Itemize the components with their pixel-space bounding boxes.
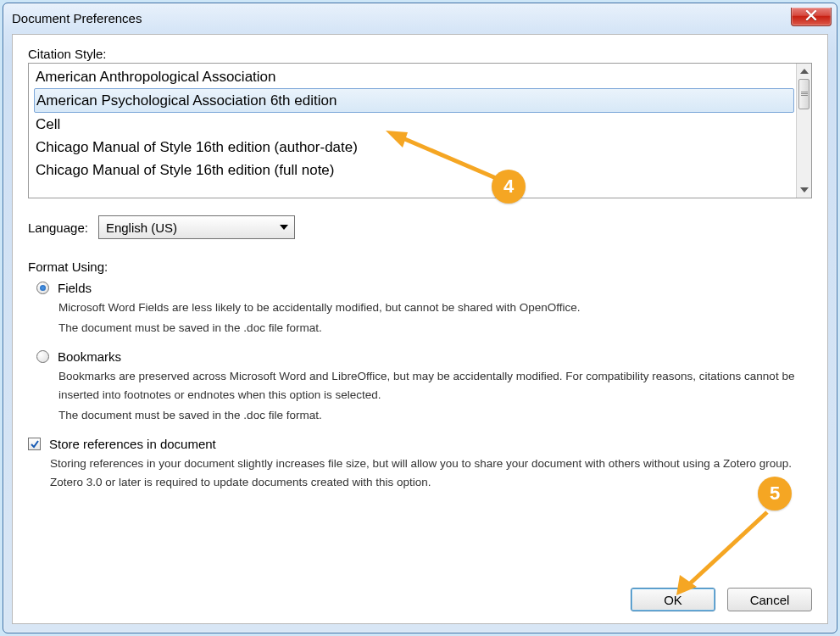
titlebar: Document Preferences <box>3 3 837 31</box>
close-icon <box>805 8 817 24</box>
close-button[interactable] <box>791 8 832 26</box>
radio-bookmarks-label: Bookmarks <box>58 349 121 364</box>
citation-style-label: Citation Style: <box>28 47 812 61</box>
annotation-arrow-5 <box>670 509 780 602</box>
scroll-track[interactable] <box>797 79 811 182</box>
annotation-step-5-label: 5 <box>770 483 780 505</box>
annotation-arrow-4 <box>386 127 504 187</box>
store-references-desc: Storing references in your document slig… <box>50 455 812 492</box>
window-title: Document Preferences <box>12 11 142 25</box>
scroll-thumb[interactable] <box>798 79 809 109</box>
annotation-step-4-label: 4 <box>503 176 514 198</box>
chevron-down-icon <box>277 225 291 230</box>
citation-style-item[interactable]: American Anthropological Association <box>34 65 796 88</box>
radio-fields-label: Fields <box>58 281 92 295</box>
radio-bookmarks[interactable] <box>36 350 49 363</box>
checkmark-icon <box>30 439 40 449</box>
language-value: English (US) <box>106 220 177 235</box>
fields-desc-2: The document must be saved in the .doc f… <box>58 319 812 338</box>
svg-marker-4 <box>386 131 408 148</box>
scrollbar[interactable] <box>796 64 811 198</box>
store-references-checkbox[interactable] <box>28 438 41 450</box>
annotation-step-5: 5 <box>758 477 792 510</box>
svg-marker-0 <box>800 69 809 74</box>
language-dropdown[interactable]: English (US) <box>98 215 295 239</box>
svg-line-5 <box>688 512 767 585</box>
language-label: Language: <box>28 220 88 235</box>
format-using-label: Format Using: <box>28 259 812 274</box>
bookmarks-desc-1: Bookmarks are preserved across Microsoft… <box>58 367 812 404</box>
radio-fields[interactable] <box>36 282 49 294</box>
svg-marker-2 <box>280 225 288 230</box>
svg-line-3 <box>401 137 496 178</box>
svg-marker-1 <box>800 187 809 192</box>
scroll-down-button[interactable] <box>797 182 811 198</box>
fields-desc-1: Microsoft Word Fields are less likely to… <box>58 298 812 317</box>
bookmarks-desc-2: The document must be saved in the .doc f… <box>58 406 812 425</box>
annotation-step-4: 4 <box>492 170 526 204</box>
scroll-up-button[interactable] <box>797 64 811 79</box>
store-references-label: Store references in document <box>49 437 216 451</box>
citation-style-item[interactable]: American Psychological Association 6th e… <box>34 88 794 113</box>
